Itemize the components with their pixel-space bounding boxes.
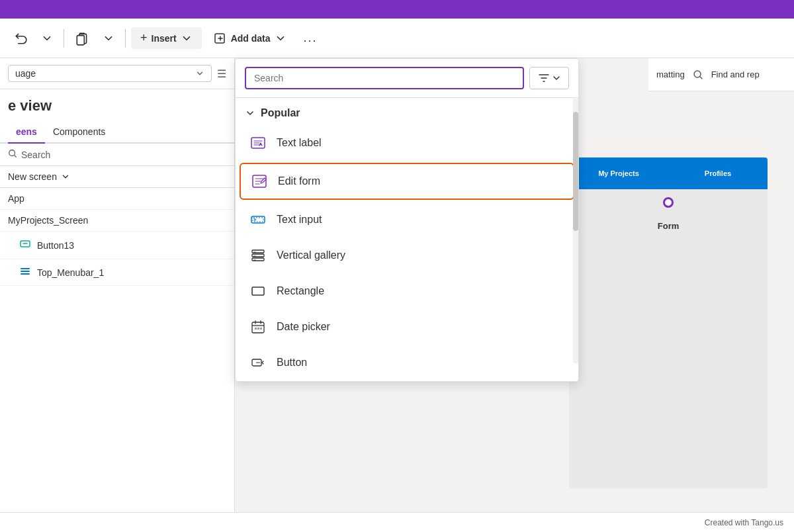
category-label: Popular bbox=[261, 107, 300, 119]
preview-tab-profiles: Profiles bbox=[668, 157, 768, 189]
svg-rect-12 bbox=[253, 218, 263, 222]
menu-item-button[interactable]: Button bbox=[240, 345, 574, 380]
menu-item-text-label[interactable]: Text label bbox=[240, 126, 574, 160]
clipboard-button[interactable] bbox=[69, 27, 95, 50]
left-panel: uage ☰ e view eens Components Search bbox=[0, 58, 235, 532]
panel-search-input[interactable] bbox=[245, 67, 524, 89]
text-label-label: Text label bbox=[277, 137, 322, 149]
tab-screens[interactable]: eens bbox=[8, 121, 45, 144]
add-data-button[interactable]: Add data bbox=[204, 28, 296, 49]
svg-rect-16 bbox=[253, 251, 256, 253]
clipboard-dropdown-button[interactable] bbox=[97, 28, 120, 48]
button13-icon bbox=[19, 237, 32, 253]
button-label: Button bbox=[277, 357, 307, 369]
button-icon bbox=[249, 353, 267, 372]
insert-label: Insert bbox=[152, 33, 177, 44]
date-picker-icon bbox=[249, 318, 267, 336]
filter-chevron-icon bbox=[552, 74, 560, 82]
edit-form-label: Edit form bbox=[278, 175, 320, 187]
undo-button[interactable] bbox=[8, 27, 33, 50]
tree-item-button13[interactable]: Button13 bbox=[0, 232, 234, 259]
preview-form-label: Form bbox=[569, 216, 768, 236]
add-data-icon bbox=[214, 32, 227, 45]
tree-item-button13-content: Button13 bbox=[19, 237, 226, 253]
vertical-gallery-label: Vertical gallery bbox=[277, 249, 345, 261]
preview-tab-bar: My Projects Profiles bbox=[569, 157, 768, 189]
preview-slider-area bbox=[569, 189, 768, 216]
new-screen-label: New screen bbox=[8, 171, 57, 182]
more-dots-icon: ... bbox=[304, 31, 318, 45]
filter-icon bbox=[538, 72, 550, 84]
tree-item-myprojects[interactable]: MyProjects_Screen bbox=[0, 210, 234, 232]
panel-filter-button[interactable] bbox=[529, 67, 569, 89]
preview-tab-myprojects: My Projects bbox=[569, 157, 668, 189]
svg-rect-22 bbox=[257, 328, 259, 330]
svg-rect-19 bbox=[252, 287, 264, 295]
menu-item-text-input[interactable]: Text input bbox=[240, 202, 574, 237]
tree-item-app[interactable]: App bbox=[0, 188, 234, 210]
category-chevron-icon bbox=[245, 108, 255, 118]
svg-rect-6 bbox=[21, 271, 30, 272]
toolbar: + Insert Add data ... bbox=[0, 19, 794, 58]
left-panel-top: uage ☰ bbox=[0, 58, 234, 89]
insert-button[interactable]: + Insert bbox=[131, 27, 202, 49]
created-label: Created with Tango.us bbox=[705, 518, 783, 527]
tree-item-top-menubar-content: Top_Menubar_1 bbox=[19, 265, 226, 280]
svg-rect-1 bbox=[77, 35, 84, 44]
search-left-text: Search bbox=[21, 150, 50, 160]
rectangle-icon bbox=[249, 282, 267, 300]
preview-slider-dot bbox=[663, 197, 674, 208]
text-input-icon bbox=[249, 210, 267, 229]
menu-item-rectangle[interactable]: Rectangle bbox=[240, 274, 574, 308]
more-button[interactable]: ... bbox=[298, 27, 323, 49]
language-dropdown[interactable]: uage bbox=[8, 65, 212, 82]
svg-rect-18 bbox=[253, 259, 256, 261]
formatting-label: matting bbox=[656, 69, 685, 79]
top-bar bbox=[0, 0, 794, 19]
search-row: Search bbox=[0, 144, 234, 166]
toolbar-divider-2 bbox=[125, 29, 126, 48]
svg-rect-21 bbox=[255, 328, 257, 330]
date-picker-label: Date picker bbox=[277, 321, 330, 333]
hamburger-icon[interactable]: ☰ bbox=[217, 67, 226, 80]
button13-label: Button13 bbox=[37, 240, 74, 251]
language-label: uage bbox=[15, 68, 36, 79]
rectangle-label: Rectangle bbox=[277, 285, 324, 297]
canvas-preview: My Projects Profiles Form bbox=[569, 157, 768, 488]
undo-dropdown-button[interactable] bbox=[36, 28, 58, 48]
vertical-gallery-icon bbox=[249, 246, 267, 265]
svg-rect-5 bbox=[21, 268, 30, 269]
find-replace-icon bbox=[693, 69, 703, 80]
find-replace-label: Find and rep bbox=[711, 69, 760, 79]
menu-item-edit-form[interactable]: Edit form bbox=[240, 163, 574, 200]
panel-scrollbar-thumb bbox=[573, 112, 578, 231]
menu-item-date-picker[interactable]: Date picker bbox=[240, 310, 574, 344]
tab-components[interactable]: Components bbox=[45, 121, 113, 144]
panel-scrollbar[interactable] bbox=[573, 99, 578, 363]
svg-rect-7 bbox=[21, 273, 30, 275]
text-input-label: Text input bbox=[277, 214, 322, 226]
tabs-row: eens Components bbox=[0, 121, 234, 144]
new-screen-chevron-icon bbox=[61, 172, 70, 181]
svg-rect-17 bbox=[253, 255, 256, 257]
text-label-icon bbox=[249, 134, 267, 152]
edit-form-icon bbox=[250, 172, 269, 191]
insert-panel: Popular Text label Edit form bbox=[235, 58, 579, 382]
tree-item-top-menubar[interactable]: Top_Menubar_1 bbox=[0, 259, 234, 286]
new-screen-button[interactable]: New screen bbox=[0, 166, 234, 188]
panel-search-row bbox=[236, 59, 578, 98]
tree-view-header: e view bbox=[0, 89, 234, 117]
category-header-popular: Popular bbox=[236, 98, 578, 124]
svg-rect-23 bbox=[260, 328, 262, 330]
toolbar-divider-1 bbox=[64, 29, 64, 48]
plus-icon: + bbox=[140, 31, 148, 45]
top-menubar-label: Top_Menubar_1 bbox=[37, 267, 104, 278]
language-chevron-icon bbox=[195, 69, 204, 78]
top-menubar-icon bbox=[19, 265, 32, 280]
add-data-label: Add data bbox=[231, 33, 271, 44]
menu-item-vertical-gallery[interactable]: Vertical gallery bbox=[240, 238, 574, 273]
bottom-bar: Created with Tango.us bbox=[0, 512, 794, 532]
search-left-icon bbox=[8, 149, 17, 160]
right-toolbar: matting Find and rep bbox=[648, 58, 794, 91]
